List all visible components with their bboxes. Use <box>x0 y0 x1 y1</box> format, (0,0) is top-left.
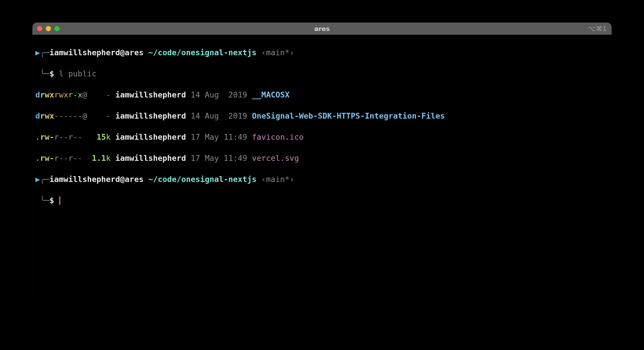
perm-user: rwx <box>40 90 54 99</box>
minimize-icon[interactable] <box>46 26 51 31</box>
file-date: 17 May 11:49 <box>191 132 247 141</box>
file-size-unit: k <box>106 132 111 141</box>
window-title: ares <box>32 25 612 32</box>
perm-suffix <box>83 154 87 163</box>
close-icon[interactable] <box>37 26 42 31</box>
file-size-unit: k <box>106 154 111 163</box>
file-name: OneSignal-Web-SDK-HTTPS-Integration-File… <box>252 111 445 120</box>
prompt-corner-bottom: ╰─ <box>40 196 50 205</box>
prompt-arrow-icon: ▶ <box>35 48 40 57</box>
perm-other: r-- <box>68 132 83 141</box>
perm-other: --- <box>68 111 83 120</box>
perm-group: --- <box>54 111 68 120</box>
prompt-corner-top: ╭─ <box>40 175 50 184</box>
perm-group: r-- <box>54 132 68 141</box>
file-date: 14 Aug 2019 <box>191 111 247 120</box>
perm-suffix: @ <box>83 111 87 120</box>
file-size-num: 1.1 <box>92 154 106 163</box>
prompt-path: ~/code/onesignal-nextjs <box>148 48 257 57</box>
file-owner: iamwillshepherd <box>115 90 186 99</box>
perm-group: r-- <box>54 154 68 163</box>
perm-user: rwx <box>40 111 54 120</box>
prompt-branch: ‹main*› <box>261 48 294 57</box>
titlebar[interactable]: ares ⌥⌘1 <box>32 23 612 35</box>
prompt-symbol: $ <box>50 196 54 205</box>
prompt-path: ~/code/onesignal-nextjs <box>148 175 257 184</box>
file-name: favicon.ico <box>252 132 304 141</box>
prompt-corner-top: ╭─ <box>40 48 50 57</box>
file-size: - <box>106 90 111 99</box>
traffic-lights <box>37 26 60 31</box>
prompt-line-2: ╰─$ <box>35 195 609 206</box>
prompt-line-1: ▶╭─iamwillshepherd@ares ~/code/onesignal… <box>35 47 609 58</box>
list-row: .rw-r--r-- 1.1k iamwillshepherd 17 May 1… <box>35 153 609 163</box>
terminal-content[interactable]: ▶╭─iamwillshepherd@ares ~/code/onesignal… <box>32 35 612 229</box>
perm-other: r-x <box>68 90 83 99</box>
cursor-icon <box>59 196 60 205</box>
prompt-line-1: ▶╭─iamwillshepherd@ares ~/code/onesignal… <box>35 174 609 185</box>
file-owner: iamwillshepherd <box>115 154 186 163</box>
list-row: drwx------@ - iamwillshepherd 14 Aug 201… <box>35 111 609 121</box>
perm-type: . <box>35 154 40 163</box>
command-text: l public <box>59 69 96 78</box>
perm-type: . <box>35 132 40 141</box>
file-date: 17 May 11:49 <box>191 154 247 163</box>
list-row: .rw-r--r-- 15k iamwillshepherd 17 May 11… <box>35 132 609 142</box>
prompt-corner-bottom: ╰─ <box>40 69 50 78</box>
prompt-branch: ‹main*› <box>261 175 294 184</box>
prompt-arrow-icon: ▶ <box>35 175 40 184</box>
file-size: - <box>106 111 111 120</box>
file-name: __MACOSX <box>252 90 290 99</box>
perm-suffix: @ <box>83 90 87 99</box>
zoom-icon[interactable] <box>54 26 60 31</box>
prompt-symbol: $ <box>50 69 54 78</box>
perm-suffix <box>83 132 87 141</box>
file-name: vercel.svg <box>252 154 299 163</box>
perm-user: rw- <box>40 154 54 163</box>
file-owner: iamwillshepherd <box>115 132 186 141</box>
perm-user: rw- <box>40 132 54 141</box>
prompt-userhost: iamwillshepherd@ares <box>50 175 144 184</box>
prompt-line-2: ╰─$ l public <box>35 69 609 79</box>
terminal-window: ares ⌥⌘1 ▶╭─iamwillshepherd@ares ~/code/… <box>32 23 612 303</box>
file-owner: iamwillshepherd <box>115 111 186 120</box>
list-row: drwxrwxr-x@ - iamwillshepherd 14 Aug 201… <box>35 90 609 100</box>
file-size-num: 15 <box>96 132 106 141</box>
perm-type: d <box>35 90 40 99</box>
prompt-userhost: iamwillshepherd@ares <box>50 48 144 57</box>
perm-other: r-- <box>68 154 83 163</box>
file-date: 14 Aug 2019 <box>191 90 247 99</box>
pane-indicator: ⌥⌘1 <box>588 25 607 32</box>
perm-group: rwx <box>54 90 68 99</box>
perm-type: d <box>35 111 40 120</box>
